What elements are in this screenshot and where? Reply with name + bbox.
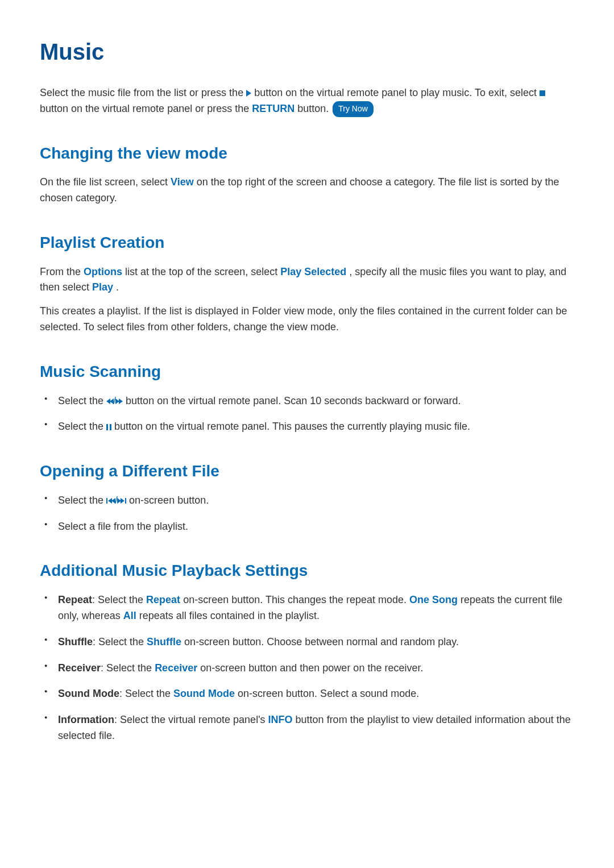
- music-scanning-list: Select the / button on the virtual remot…: [40, 393, 574, 435]
- intro-paragraph: Select the music file from the list or p…: [40, 85, 574, 117]
- body-text: on-screen button.: [129, 495, 209, 506]
- body-text: Select the: [58, 421, 106, 432]
- additional-settings-list: Repeat: Select the Repeat on-screen butt…: [40, 592, 574, 744]
- pause-icon: [106, 424, 111, 430]
- intro-text: button.: [297, 103, 331, 114]
- prev-bar-icon: [106, 498, 107, 504]
- view-label: View: [171, 176, 194, 188]
- body-text: : Select the: [101, 662, 155, 674]
- list-item: Select a file from the playlist.: [58, 519, 574, 535]
- sound-mode-label: Sound Mode: [58, 688, 119, 699]
- receiver-label: Receiver: [58, 662, 101, 674]
- body-text: on-screen button and then power on the r…: [197, 662, 423, 674]
- return-label: RETURN: [252, 103, 294, 114]
- body-text: : Select the virtual remote panel's: [114, 714, 268, 725]
- information-label: Information: [58, 714, 114, 725]
- view-mode-paragraph: On the file list screen, select View on …: [40, 175, 574, 206]
- one-song-highlight: One Song: [409, 594, 458, 605]
- page-title: Music: [40, 34, 574, 69]
- receiver-highlight: Receiver: [155, 662, 197, 674]
- intro-text: button on the virtual remote panel to pl…: [254, 87, 540, 98]
- next-track-icon: [118, 498, 125, 504]
- all-highlight: All: [123, 610, 136, 621]
- body-text: repeats all files contained in the playl…: [136, 610, 320, 621]
- body-text: : Select the: [93, 636, 147, 647]
- play-label: Play: [92, 281, 113, 293]
- list-item: Information: Select the virtual remote p…: [58, 712, 574, 744]
- body-text: From the: [40, 266, 84, 277]
- list-item: Receiver: Select the Receiver on-screen …: [58, 661, 574, 676]
- playlist-paragraph-2: This creates a playlist. If the list is …: [40, 304, 574, 335]
- list-item: Select the button on the virtual remote …: [58, 419, 574, 435]
- body-text: on-screen button. This changes the repea…: [180, 594, 409, 605]
- list-item: Select the / on-screen button.: [58, 493, 574, 509]
- play-selected-label: Play Selected: [280, 266, 346, 277]
- playlist-paragraph-1: From the Options list at the top of the …: [40, 264, 574, 296]
- body-text: On the file list screen, select: [40, 176, 171, 188]
- section-music-scanning: Music Scanning: [40, 359, 574, 384]
- body-text: on-screen button. Select a sound mode.: [235, 688, 419, 699]
- body-text: list at the top of the screen, select: [125, 266, 280, 277]
- shuffle-label: Shuffle: [58, 636, 93, 647]
- body-text: on-screen button. Choose between normal …: [181, 636, 459, 647]
- section-additional-playback: Additional Music Playback Settings: [40, 558, 574, 583]
- list-item: Select the / button on the virtual remot…: [58, 393, 574, 409]
- intro-text: button on the virtual remote panel or pr…: [40, 103, 252, 114]
- body-text: button on the virtual remote panel. Scan…: [126, 395, 460, 406]
- fast-forward-icon: [116, 398, 123, 404]
- try-now-badge[interactable]: Try Now: [333, 101, 374, 117]
- section-opening-different-file: Opening a Different File: [40, 459, 574, 483]
- body-text: Select the: [58, 495, 106, 506]
- section-playlist-creation: Playlist Creation: [40, 230, 574, 255]
- intro-text: Select the music file from the list or p…: [40, 87, 246, 98]
- options-label: Options: [84, 266, 122, 277]
- opening-file-list: Select the / on-screen button. Select a …: [40, 493, 574, 535]
- repeat-label: Repeat: [58, 594, 92, 605]
- list-item: Repeat: Select the Repeat on-screen butt…: [58, 592, 574, 624]
- stop-icon: [540, 90, 545, 96]
- body-text: Select the: [58, 395, 106, 406]
- list-item: Shuffle: Select the Shuffle on-screen bu…: [58, 634, 574, 650]
- prev-track-icon: [108, 498, 115, 504]
- rewind-icon: [106, 398, 113, 404]
- shuffle-highlight: Shuffle: [147, 636, 181, 647]
- body-text: : Select the: [92, 594, 146, 605]
- play-icon: [246, 90, 251, 97]
- body-text: : Select the: [119, 688, 173, 699]
- repeat-highlight: Repeat: [146, 594, 180, 605]
- info-highlight: INFO: [268, 714, 293, 725]
- section-changing-view-mode: Changing the view mode: [40, 141, 574, 165]
- list-item: Sound Mode: Select the Sound Mode on-scr…: [58, 686, 574, 702]
- body-text: button on the virtual remote panel. This…: [114, 421, 470, 432]
- body-text: .: [116, 281, 119, 293]
- sound-mode-highlight: Sound Mode: [173, 688, 235, 699]
- next-bar-icon: [125, 498, 126, 504]
